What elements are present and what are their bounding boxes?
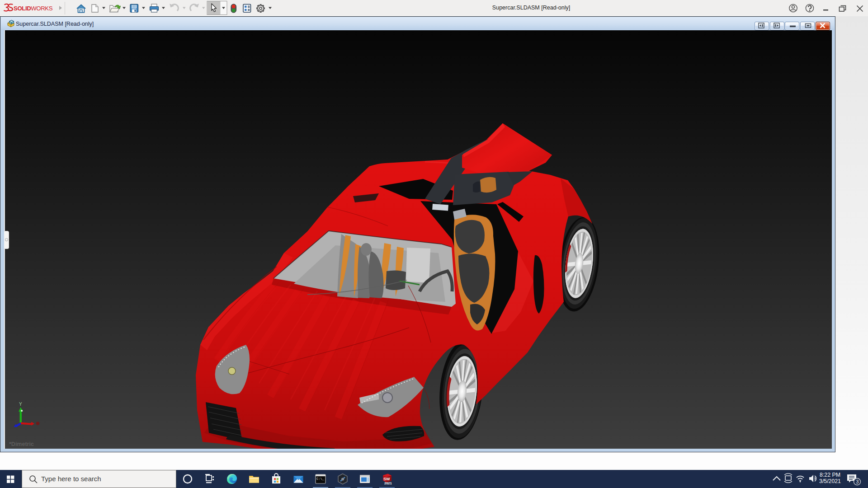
svg-text:SW: SW — [383, 477, 390, 481]
svg-text:3: 3 — [856, 479, 859, 484]
svg-text:Y: Y — [19, 402, 22, 407]
svg-text:SOLIDWORKS: SOLIDWORKS — [14, 5, 53, 12]
svg-text:2021: 2021 — [384, 481, 392, 485]
svg-text:C:\_: C:\_ — [316, 477, 325, 481]
